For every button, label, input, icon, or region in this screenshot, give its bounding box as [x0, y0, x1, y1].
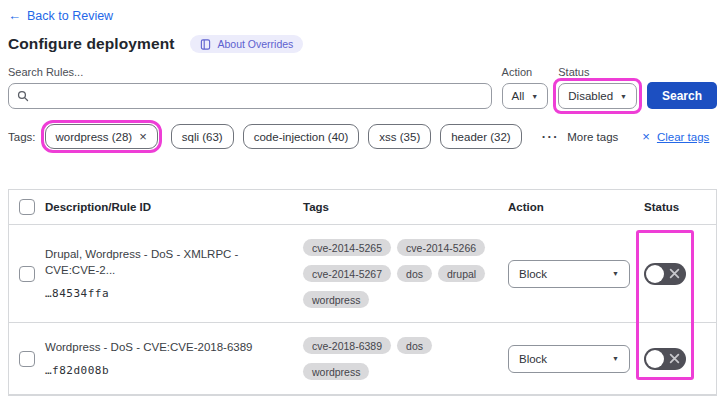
- row-description-cell: Wordpress - DoS - CVE:CVE-2018-6389 …f82…: [45, 340, 303, 377]
- search-rules-group: Search Rules...: [8, 66, 492, 109]
- filter-bar: Search Rules... Action All ▼ Status Disa…: [8, 66, 717, 109]
- action-select-value: Block: [519, 268, 547, 280]
- header-status: Status: [638, 201, 716, 213]
- action-select[interactable]: Block ▼: [508, 260, 630, 288]
- search-rules-label: Search Rules...: [8, 66, 492, 78]
- tag-filter-header[interactable]: header (32): [440, 124, 521, 149]
- table-row: Wordpress - DoS - CVE:CVE-2018-6389 …f82…: [9, 323, 716, 395]
- search-button-group: Search: [647, 82, 717, 109]
- row-action-cell: Block ▼: [508, 345, 638, 373]
- search-icon: [17, 90, 29, 102]
- back-to-review-link[interactable]: ← Back to Review: [8, 9, 113, 23]
- rule-tags: cve-2018-6389 dos wordpress: [303, 337, 508, 380]
- rule-tags: cve-2014-5265 cve-2014-5266 cve-2014-526…: [303, 239, 508, 308]
- more-tags-button[interactable]: ··· More tags: [542, 129, 619, 144]
- row-checkbox-cell: [9, 351, 45, 367]
- status-toggle-off[interactable]: [644, 263, 686, 285]
- toggle-x-icon: [669, 268, 680, 279]
- rule-tag: cve-2014-5265: [303, 239, 391, 256]
- status-toggle-off[interactable]: [644, 348, 686, 370]
- title-row: Configure deployment About Overrides: [8, 35, 717, 53]
- tag-filter-code-injection[interactable]: code-injection (40): [243, 124, 360, 149]
- row-checkbox-cell: [9, 266, 45, 282]
- search-rules-input[interactable]: [36, 89, 483, 103]
- tag-filter-xss[interactable]: xss (35): [368, 124, 431, 149]
- rule-tag: cve-2014-5266: [397, 239, 485, 256]
- toggle-knob: [646, 350, 664, 368]
- more-tags-label: More tags: [567, 131, 618, 143]
- toggle-knob: [646, 265, 664, 283]
- header-action: Action: [508, 201, 638, 213]
- row-status-cell: [638, 263, 716, 285]
- action-filter-group: Action All ▼: [502, 66, 549, 109]
- selected-tag-highlight: wordpress (28) ×: [41, 120, 162, 153]
- rule-tag: wordpress: [303, 291, 369, 308]
- page-title: Configure deployment: [8, 35, 174, 53]
- rule-tag: dos: [397, 265, 432, 282]
- table-header-row: Description/Rule ID Tags Action Status: [9, 190, 716, 225]
- header-description: Description/Rule ID: [45, 201, 303, 213]
- status-filter-label: Status: [558, 66, 637, 78]
- action-filter-value: All: [512, 90, 525, 102]
- rule-description: Drupal, Wordpress - DoS - XMLRPC - CVE:C…: [45, 247, 291, 278]
- tags-bar: Tags: wordpress (28) × sqli (63) code-in…: [8, 124, 717, 149]
- status-filter-highlight: Disabled ▼: [553, 78, 642, 114]
- rule-description: Wordpress - DoS - CVE:CVE-2018-6389: [45, 340, 291, 356]
- row-description-cell: Drupal, Wordpress - DoS - XMLRPC - CVE:C…: [45, 247, 303, 299]
- action-select[interactable]: Block ▼: [508, 345, 630, 373]
- row-action-cell: Block ▼: [508, 260, 638, 288]
- header-tags: Tags: [303, 201, 508, 213]
- rule-tag: dos: [397, 337, 432, 354]
- table-row: Drupal, Wordpress - DoS - XMLRPC - CVE:C…: [9, 225, 716, 323]
- header-checkbox-cell: [9, 199, 45, 215]
- action-filter-label: Action: [502, 66, 549, 78]
- back-arrow-icon: ←: [8, 9, 21, 22]
- chevron-down-icon: ▼: [620, 93, 627, 100]
- tag-filter-sqli[interactable]: sqli (63): [171, 124, 234, 149]
- clear-tags-label: Clear tags: [657, 131, 709, 143]
- rule-tag: drupal: [438, 265, 485, 282]
- clear-x-icon: ×: [642, 129, 650, 144]
- status-filter-select[interactable]: Disabled ▼: [558, 83, 637, 109]
- action-select-value: Block: [519, 353, 547, 365]
- action-filter-select[interactable]: All ▼: [502, 83, 549, 109]
- status-filter-value: Disabled: [568, 90, 613, 102]
- clear-tags-button[interactable]: × Clear tags: [642, 129, 709, 144]
- rule-id: …84534ffa: [45, 287, 291, 300]
- row-tags-cell: cve-2018-6389 dos wordpress: [303, 337, 508, 380]
- chevron-down-icon: ▼: [531, 93, 538, 100]
- configure-deployment-page: ← Back to Review Configure deployment Ab…: [0, 0, 725, 406]
- search-button[interactable]: Search: [647, 82, 717, 109]
- row-checkbox[interactable]: [19, 266, 35, 282]
- select-all-checkbox[interactable]: [19, 199, 35, 215]
- about-overrides-badge[interactable]: About Overrides: [190, 35, 303, 53]
- rule-tag: cve-2018-6389: [303, 337, 391, 354]
- rule-id: …f82d008b: [45, 364, 291, 377]
- row-status-cell: [638, 348, 716, 370]
- row-tags-cell: cve-2014-5265 cve-2014-5266 cve-2014-526…: [303, 239, 508, 308]
- tags-bar-label: Tags:: [8, 131, 36, 143]
- back-link-label: Back to Review: [27, 9, 113, 23]
- row-checkbox[interactable]: [19, 351, 35, 367]
- chevron-down-icon: ▼: [612, 355, 619, 362]
- rule-tag: wordpress: [303, 363, 369, 380]
- about-overrides-label: About Overrides: [217, 38, 293, 50]
- tag-filter-label: wordpress (28): [56, 131, 133, 143]
- toggle-x-icon: [669, 353, 680, 364]
- status-filter-group: Status Disabled ▼: [558, 66, 637, 109]
- chevron-down-icon: ▼: [612, 270, 619, 277]
- remove-tag-icon[interactable]: ×: [139, 129, 147, 144]
- ellipsis-icon: ···: [542, 129, 560, 144]
- rule-tag: cve-2014-5267: [303, 265, 391, 282]
- tag-filter-wordpress[interactable]: wordpress (28) ×: [45, 124, 158, 149]
- book-icon: [200, 39, 211, 50]
- search-rules-inputbox[interactable]: [8, 83, 492, 109]
- rules-table: Description/Rule ID Tags Action Status D…: [8, 189, 717, 396]
